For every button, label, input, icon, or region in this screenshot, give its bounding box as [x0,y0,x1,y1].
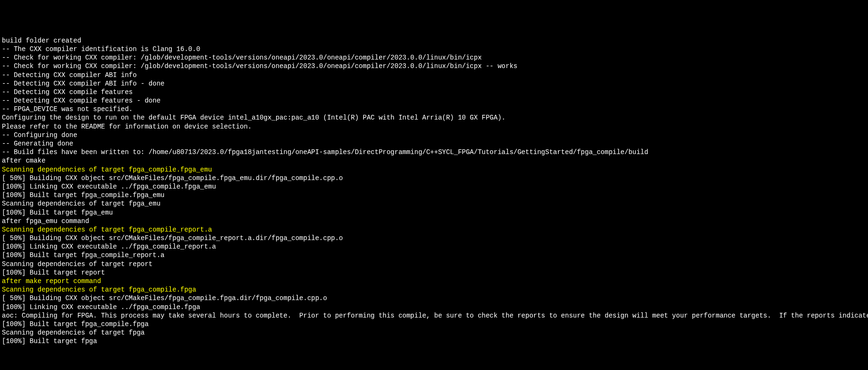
terminal-line: [100%] Built target fpga_emu [2,208,866,217]
terminal-output[interactable]: build folder created-- The CXX compiler … [2,36,866,346]
terminal-line: -- Configuring done [2,131,866,139]
terminal-line: [100%] Built target fpga_compile.fpga [2,320,866,328]
terminal-line: after cmake [2,156,866,165]
terminal-line: Configuring the design to run on the def… [2,113,866,122]
terminal-line: after make report command [2,277,866,285]
terminal-line: Scanning dependencies of target fpga_emu [2,199,866,208]
terminal-line: Please refer to the README for informati… [2,122,866,131]
terminal-line: [100%] Linking CXX executable ../fpga_co… [2,242,866,251]
terminal-line: [ 50%] Building CXX object src/CMakeFile… [2,174,866,182]
terminal-line: build folder created [2,36,866,45]
terminal-line: -- The CXX compiler identification is Cl… [2,45,866,53]
terminal-line: [ 50%] Building CXX object src/CMakeFile… [2,294,866,302]
terminal-line: Scanning dependencies of target fpga_com… [2,165,866,174]
terminal-line: -- FPGA_DEVICE was not specified. [2,105,866,113]
terminal-line: [100%] Built target fpga_compile.fpga_em… [2,191,866,199]
terminal-line: Scanning dependencies of target fpga_com… [2,225,866,234]
terminal-line: -- Build files have been written to: /ho… [2,148,866,156]
terminal-line: -- Check for working CXX compiler: /glob… [2,62,866,70]
terminal-line: [100%] Built target fpga_compile_report.… [2,251,866,259]
terminal-line: [ 50%] Building CXX object src/CMakeFile… [2,234,866,242]
terminal-line: [100%] Linking CXX executable ../fpga_co… [2,303,866,311]
terminal-line: [100%] Built target report [2,268,866,277]
terminal-line: -- Detecting CXX compiler ABI info - don… [2,79,866,88]
terminal-line: -- Check for working CXX compiler: /glob… [2,53,866,62]
terminal-line: Scanning dependencies of target fpga_com… [2,285,866,294]
terminal-line: [100%] Built target fpga [2,337,866,345]
terminal-line: Scanning dependencies of target fpga [2,328,866,337]
terminal-line: after fpga_emu command [2,217,866,225]
terminal-line: -- Detecting CXX compile features - done [2,96,866,105]
terminal-line: -- Generating done [2,139,866,148]
terminal-line: [100%] Linking CXX executable ../fpga_co… [2,182,866,191]
terminal-line: -- Detecting CXX compiler ABI info [2,71,866,79]
terminal-line: Scanning dependencies of target report [2,260,866,268]
terminal-line: -- Detecting CXX compile features [2,88,866,96]
terminal-line: aoc: Compiling for FPGA. This process ma… [2,311,866,320]
